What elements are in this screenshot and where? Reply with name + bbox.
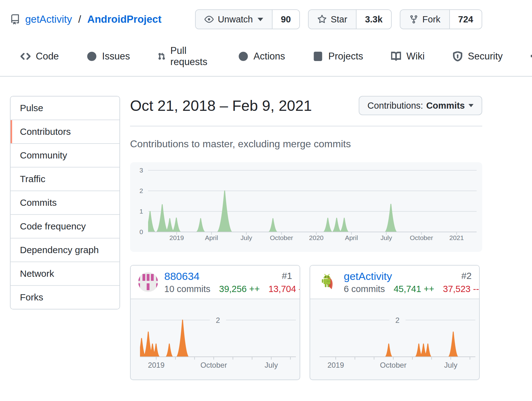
- contributor-card-2-header: getActivity 6 commits 45,741 ++ 37,523 -…: [310, 266, 479, 299]
- svg-text:2: 2: [139, 187, 143, 194]
- sidebar-item-dependency-graph[interactable]: Dependency graph: [11, 238, 119, 262]
- svg-text:2019: 2019: [148, 361, 164, 369]
- repo-tab-bar: Code Issues Pull requests Actions Projec…: [0, 37, 532, 77]
- sidebar-item-community[interactable]: Community: [11, 143, 119, 167]
- date-range-title: Oct 21, 2018 – Feb 9, 2021: [130, 97, 312, 114]
- fork-label: Fork: [422, 14, 441, 25]
- caret-down-icon: [469, 104, 474, 107]
- repo-name-link[interactable]: AndroidProject: [87, 13, 161, 25]
- deletions: 13,704 --: [268, 285, 300, 294]
- contributor-cards: 880634 10 commits 39,256 ++ 13,704 -- #1…: [130, 265, 482, 380]
- svg-text:2: 2: [395, 316, 399, 324]
- tab-actions-label: Actions: [254, 51, 285, 62]
- tab-issues[interactable]: Issues: [84, 42, 133, 70]
- contributions-filter-button[interactable]: Contributions: Commits: [359, 96, 482, 115]
- filter-label: Contributions:: [367, 101, 423, 111]
- kebab-icon: [531, 51, 532, 61]
- repo-breadcrumb: getActivity / AndroidProject: [10, 13, 161, 25]
- svg-text:2021: 2021: [449, 234, 464, 241]
- play-icon: [238, 51, 248, 61]
- code-icon: [21, 51, 30, 61]
- contributor-name-link[interactable]: 880634: [164, 271, 199, 281]
- insights-sidebar: Pulse Contributors Community Traffic Com…: [10, 96, 120, 309]
- tab-more-menu[interactable]: [528, 43, 532, 70]
- caret-down-icon: [258, 18, 263, 21]
- fork-button-group: Fork 724: [400, 9, 482, 29]
- watch-count-badge[interactable]: 90: [272, 10, 299, 29]
- android-mascot-avatar[interactable]: [318, 272, 338, 292]
- tab-security-label: Security: [468, 51, 503, 62]
- star-count-badge[interactable]: 3.3k: [356, 10, 391, 29]
- eye-icon: [204, 15, 214, 24]
- title-divider: [130, 126, 482, 126]
- svg-text:July: July: [444, 361, 457, 369]
- svg-text:2: 2: [216, 316, 220, 324]
- sidebar-item-contributors[interactable]: Contributors: [11, 120, 119, 143]
- tab-security[interactable]: Security: [450, 42, 506, 70]
- contributor-2-chart: 22019OctoberJuly: [310, 299, 479, 380]
- tab-actions[interactable]: Actions: [235, 42, 288, 70]
- contributor-card-1: 880634 10 commits 39,256 ++ 13,704 -- #1…: [130, 265, 300, 380]
- sidebar-item-code-frequency[interactable]: Code frequency: [11, 214, 119, 238]
- filter-value: Commits: [426, 101, 465, 111]
- fork-icon: [409, 15, 418, 24]
- star-icon: [317, 15, 327, 24]
- svg-text:July: July: [380, 234, 392, 241]
- contributor-1-chart: 22019OctoberJuly: [131, 299, 300, 380]
- svg-text:0: 0: [139, 228, 143, 235]
- svg-text:October: October: [200, 361, 227, 369]
- svg-text:October: October: [410, 234, 433, 241]
- tab-pull-requests-label: Pull requests: [170, 45, 210, 68]
- pull-request-icon: [158, 51, 165, 61]
- unwatch-button[interactable]: Unwatch: [196, 10, 272, 29]
- tab-issues-label: Issues: [102, 51, 130, 62]
- watch-button-group: Unwatch 90: [195, 9, 300, 29]
- tab-projects[interactable]: Projects: [310, 42, 366, 70]
- contributor-rank: #2: [461, 271, 472, 281]
- project-icon: [313, 51, 323, 61]
- contributor-name-link[interactable]: getActivity: [344, 271, 392, 281]
- shield-icon: [453, 51, 463, 61]
- svg-text:July: July: [240, 234, 252, 241]
- repo-owner-link[interactable]: getActivity: [25, 13, 72, 25]
- sidebar-item-forks[interactable]: Forks: [11, 285, 119, 309]
- additions: 39,256 ++: [219, 285, 260, 294]
- svg-text:April: April: [345, 234, 358, 241]
- deletions: 37,523 --: [443, 285, 479, 294]
- commit-count: 6 commits: [344, 285, 385, 294]
- main-commits-chart: 01232019AprilJulyOctober2020AprilJulyOct…: [130, 162, 482, 252]
- svg-text:2019: 2019: [327, 361, 344, 369]
- repo-icon: [10, 14, 20, 25]
- tab-wiki[interactable]: Wiki: [388, 42, 428, 70]
- sidebar-item-network[interactable]: Network: [11, 262, 119, 285]
- tab-code[interactable]: Code: [17, 42, 62, 70]
- book-icon: [391, 51, 401, 61]
- svg-text:July: July: [264, 361, 278, 369]
- contributor-card-1-header: 880634 10 commits 39,256 ++ 13,704 -- #1: [131, 266, 300, 299]
- contributor-card-2: getActivity 6 commits 45,741 ++ 37,523 -…: [310, 265, 480, 380]
- sidebar-item-traffic[interactable]: Traffic: [11, 167, 119, 191]
- fork-button[interactable]: Fork: [400, 10, 449, 29]
- star-label: Star: [331, 14, 347, 25]
- additions: 45,741 ++: [394, 285, 434, 294]
- sidebar-item-pulse[interactable]: Pulse: [11, 97, 119, 120]
- repo-header: getActivity / AndroidProject Unwatch 90 …: [10, 0, 482, 29]
- svg-text:2020: 2020: [309, 234, 324, 241]
- tab-pull-requests[interactable]: Pull requests: [155, 37, 213, 76]
- commit-count: 10 commits: [164, 285, 210, 294]
- svg-text:2019: 2019: [170, 234, 184, 241]
- tab-wiki-label: Wiki: [406, 51, 425, 62]
- sidebar-item-commits[interactable]: Commits: [11, 191, 119, 214]
- svg-text:October: October: [380, 361, 406, 369]
- fork-count-badge[interactable]: 724: [449, 10, 482, 29]
- svg-text:3: 3: [139, 167, 143, 174]
- identicon-avatar[interactable]: [138, 272, 158, 292]
- tab-code-label: Code: [36, 51, 59, 62]
- svg-text:April: April: [205, 234, 218, 241]
- svg-text:1: 1: [139, 208, 143, 215]
- svg-text:October: October: [270, 234, 293, 241]
- repo-actions: Unwatch 90 Star 3.3k Fork 724: [195, 9, 482, 29]
- star-button[interactable]: Star: [309, 10, 356, 29]
- tab-projects-label: Projects: [328, 51, 363, 62]
- issue-icon: [87, 51, 97, 61]
